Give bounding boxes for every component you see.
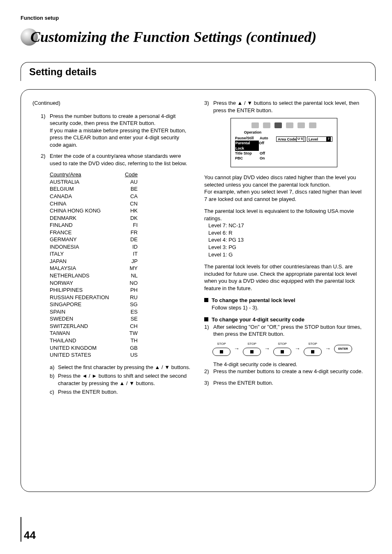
osd-preview: Operation Pause/StillAuto Parental LockO…	[231, 118, 337, 167]
enter-button-icon: ENTER	[334, 345, 352, 353]
country-name: RUSSIAN FEDERATION	[50, 294, 120, 301]
table-row: INDONESIAID	[50, 243, 192, 251]
rating-level: Level 3: PG	[204, 244, 236, 251]
step-2-text: Enter the code of a country/area whose s…	[50, 152, 192, 167]
osd-row-label: Pause/Still	[235, 136, 260, 141]
country-code-table: Country/Area Code AUSTRALIAAU BELGIUMBE …	[50, 171, 192, 358]
table-head-code: Code	[120, 171, 138, 178]
table-row: THAILANDTH	[50, 337, 192, 344]
b2-step-3-text: Press the ENTER button.	[213, 379, 364, 387]
country-name: NORWAY	[50, 279, 120, 287]
bullet-title: To change your 4-digit security code	[212, 316, 304, 323]
osd-tab-icon	[263, 122, 270, 128]
country-name: SPAIN	[50, 308, 120, 316]
osd-box-value: 7	[326, 136, 330, 142]
osd-row-label: Title Stop	[235, 151, 260, 156]
osd-tab-icon	[297, 122, 305, 128]
country-code: RU	[120, 294, 138, 301]
substep-a-label: a)	[50, 364, 58, 371]
stop-square-icon	[250, 350, 254, 353]
arrow-right-icon: →	[264, 345, 270, 353]
step-3: 3) Press the ▲ / ▼ buttons to select the…	[204, 99, 364, 114]
bullet-change-code: To change your 4-digit security code	[204, 316, 364, 323]
country-code: SG	[120, 301, 138, 308]
step-1: 1) Press the number buttons to create a …	[41, 113, 192, 149]
table-row: SPAINES	[50, 308, 192, 316]
osd-right-panel: Area CodeU S Level7	[276, 136, 332, 161]
square-bullet-icon	[204, 298, 208, 302]
table-row: ITALYIT	[50, 250, 192, 258]
para-other-countries: The parental lock levels for other count…	[204, 263, 364, 292]
substep-c: c) Press the ENTER button.	[50, 388, 192, 396]
country-code: DE	[120, 236, 138, 243]
rating-level: Level 4: PG 13	[204, 236, 244, 244]
country-code: HK	[120, 207, 138, 215]
b2-step-3-num: 3)	[204, 379, 213, 387]
osd-menu: Operation Pause/StillAuto Parental LockO…	[235, 130, 270, 161]
stop-button-icon: STOP	[212, 342, 231, 356]
country-code: JP	[120, 258, 138, 265]
table-row: FINLANDFI	[50, 222, 192, 229]
table-row: SINGAPORESG	[50, 301, 192, 308]
stop-square-icon	[220, 350, 223, 353]
substep-b-text: Press the ◄ / ► buttons to shift and sel…	[58, 372, 192, 387]
country-name: CHINA HONG KONG	[50, 207, 120, 215]
b2-step-1-text: After selecting "On" or "Off," press the…	[213, 323, 364, 338]
osd-area-code-box: Area CodeU S	[276, 136, 306, 142]
osd-row-value: On	[260, 156, 270, 161]
rating-level: Level 6: R	[204, 229, 233, 237]
stop-label: STOP	[217, 342, 226, 346]
country-name: DENMARK	[50, 215, 120, 222]
country-name: TAIWAN	[50, 330, 120, 337]
b2-step-1: 1) After selecting "On" or "Off," press …	[204, 323, 364, 338]
step-1-num: 1)	[41, 113, 50, 149]
bullet-body: Follow steps 1) - 3).	[212, 305, 258, 311]
substep-c-text: Press the ENTER button.	[58, 388, 118, 396]
table-row: UNITED KINGDOMGB	[50, 344, 192, 352]
arrow-right-icon: →	[234, 345, 240, 353]
country-name: SINGAPORE	[50, 301, 120, 308]
para-ratings: The parental lock level is equivalent to…	[204, 208, 364, 258]
title-row: Customizing the Function Settings (conti…	[21, 28, 376, 46]
osd-row-value: Off	[260, 151, 270, 156]
stop-button-icon: STOP	[273, 342, 291, 356]
page-number: 44	[21, 525, 36, 542]
rating-level: Level 7: NC-17	[204, 222, 244, 229]
osd-box-label: Area Code	[278, 137, 296, 142]
table-row: SWITZERLANDCH	[50, 323, 192, 330]
country-name: FRANCE	[50, 229, 120, 236]
osd-tab-icons	[235, 122, 333, 128]
substep-b-label: b)	[50, 372, 58, 387]
stop-square-icon	[311, 350, 314, 353]
step-1-text: Press the number buttons to create a per…	[50, 113, 175, 127]
table-row: FRANCEFR	[50, 229, 192, 236]
page-title: Customizing the Function Settings (conti…	[30, 28, 316, 46]
country-name: SWEDEN	[50, 315, 120, 323]
country-code: NL	[120, 272, 138, 279]
country-name: AUSTRALIA	[50, 178, 120, 186]
osd-row-label: Parental Lock	[235, 141, 259, 150]
b2-step-2: 2) Press the number buttons to create a …	[204, 368, 364, 375]
table-row: BELGIUMBE	[50, 185, 192, 193]
country-code: BE	[120, 185, 138, 193]
table-row: RUSSIAN FEDERATIONRU	[50, 294, 192, 301]
stop-label: STOP	[308, 342, 317, 346]
osd-tab-icon	[274, 122, 282, 128]
stop-button-sequence: STOP → STOP → STOP → STOP → ENTER	[212, 342, 364, 356]
stop-button-icon: STOP	[304, 342, 322, 356]
b2-step-2-text: Press the number buttons to create a new…	[213, 368, 364, 375]
table-row: GERMANYDE	[50, 236, 192, 243]
b2-step-3: 3) Press the ENTER button.	[204, 379, 364, 387]
country-name: MALAYSIA	[50, 265, 120, 272]
stop-label: STOP	[247, 342, 256, 346]
country-name: CHINA	[50, 200, 120, 208]
content-panel: (Continued) 1) Press the number buttons …	[21, 89, 376, 492]
table-row: CHINA HONG KONGHK	[50, 207, 192, 215]
country-code: ES	[120, 308, 138, 316]
step-2-num: 2)	[41, 152, 50, 167]
country-name: NETHERLANDS	[50, 272, 120, 279]
step-3-num: 3)	[204, 99, 213, 114]
osd-level-box: Level7	[307, 136, 332, 142]
osd-row-label: PBC	[235, 156, 260, 161]
osd-row-value: Off	[259, 141, 270, 150]
